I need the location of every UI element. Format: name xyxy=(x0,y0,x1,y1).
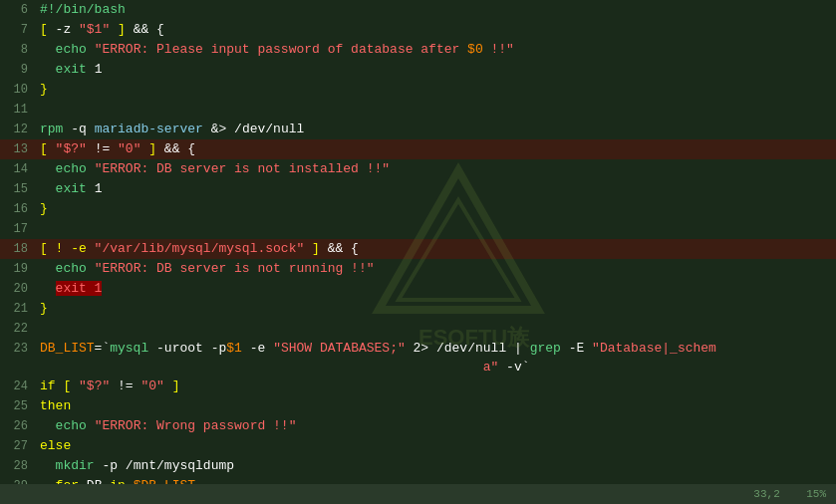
line-num-18: 18 xyxy=(0,240,36,259)
line-22: 22 xyxy=(0,319,836,339)
line-num-10: 10 xyxy=(0,81,36,100)
line-num-19: 19 xyxy=(0,260,36,279)
line-content-25: then xyxy=(36,396,836,415)
line-num-28: 28 xyxy=(0,457,36,476)
line-num-16: 16 xyxy=(0,200,36,219)
line-25: 25 then xyxy=(0,396,836,416)
line-21: 21 } xyxy=(0,299,836,319)
line-16: 16 } xyxy=(0,199,836,219)
line-num-11: 11 xyxy=(0,101,36,120)
line-num-12: 12 xyxy=(0,121,36,139)
line-content-28: mkdir -p /mnt/mysqldump xyxy=(36,456,836,475)
line-24: 24 if [ "$?" != "0" ] xyxy=(0,377,836,396)
line-6: 6 #!/bin/bash xyxy=(0,0,836,20)
line-19: 19 echo "ERROR: DB server is not running… xyxy=(0,259,836,279)
line-content-9: exit 1 xyxy=(36,60,836,79)
cursor-sep: , xyxy=(767,488,774,500)
line-num-22: 22 xyxy=(0,320,36,339)
line-content-6: #!/bin/bash xyxy=(36,0,836,19)
line-num-21: 21 xyxy=(0,300,36,319)
line-num-25: 25 xyxy=(0,397,36,416)
line-7: 7 [ -z "$1" ] && { xyxy=(0,20,836,40)
line-content-14: echo "ERROR: DB server is not installed … xyxy=(36,159,836,178)
cursor-position: 33 xyxy=(753,488,766,500)
code-lines: 6 #!/bin/bash 7 [ -z "$1" ] && { 8 echo … xyxy=(0,0,836,504)
line-14: 14 echo "ERROR: DB server is not install… xyxy=(0,159,836,179)
line-18: 18 [ ! -e "/var/lib/mysql/mysql.sock" ] … xyxy=(0,239,836,259)
line-28: 28 mkdir -p /mnt/mysqldump xyxy=(0,456,836,476)
line-num-14: 14 xyxy=(0,160,36,179)
line-num-20: 20 xyxy=(0,280,36,299)
line-content-12: rpm -q mariadb-server &> /dev/null xyxy=(36,120,836,138)
line-8: 8 echo "ERROR: Please input password of … xyxy=(0,40,836,60)
line-num-15: 15 xyxy=(0,180,36,199)
line-content-17 xyxy=(36,219,836,238)
cursor-col: 2 xyxy=(773,488,780,500)
line-content-16: } xyxy=(36,199,836,218)
code-editor: 6 #!/bin/bash 7 [ -z "$1" ] && { 8 echo … xyxy=(0,0,836,504)
line-20: 20 exit 1 xyxy=(0,279,836,299)
line-11: 11 xyxy=(0,100,836,120)
line-num-8: 8 xyxy=(0,41,36,60)
line-10: 10 } xyxy=(0,80,836,100)
line-content-19: echo "ERROR: DB server is not running !!… xyxy=(36,259,836,278)
line-17: 17 xyxy=(0,219,836,239)
line-13: 13 [ "$?" != "0" ] && { xyxy=(0,139,836,159)
line-23: 23 DB_LIST=`mysql -uroot -p$1 -e "SHOW D… xyxy=(0,339,836,377)
line-content-7: [ -z "$1" ] && { xyxy=(36,20,836,39)
scroll-percent: 15% xyxy=(806,488,826,500)
line-num-26: 26 xyxy=(0,417,36,436)
line-num-27: 27 xyxy=(0,437,36,456)
line-num-17: 17 xyxy=(0,220,36,239)
line-content-22 xyxy=(36,319,836,338)
status-bar: 33 , 2 15% xyxy=(0,484,836,504)
line-content-15: exit 1 xyxy=(36,179,836,198)
line-content-11 xyxy=(36,100,836,119)
line-num-7: 7 xyxy=(0,21,36,40)
line-content-10: } xyxy=(36,80,836,99)
line-content-21: } xyxy=(36,299,836,318)
line-content-26: echo "ERROR: Wrong password !!" xyxy=(36,416,836,435)
line-content-24: if [ "$?" != "0" ] xyxy=(36,377,836,395)
line-num-9: 9 xyxy=(0,61,36,80)
line-num-23: 23 xyxy=(0,340,36,359)
line-12: 12 rpm -q mariadb-server &> /dev/null xyxy=(0,120,836,139)
line-content-13: [ "$?" != "0" ] && { xyxy=(36,139,836,158)
line-content-18: [ ! -e "/var/lib/mysql/mysql.sock" ] && … xyxy=(36,239,836,258)
line-content-20: exit 1 xyxy=(36,279,836,298)
line-content-8: echo "ERROR: Please input password of da… xyxy=(36,40,836,59)
line-num-6: 6 xyxy=(0,1,36,20)
line-num-24: 24 xyxy=(0,378,36,396)
line-9: 9 exit 1 xyxy=(0,60,836,80)
line-26: 26 echo "ERROR: Wrong password !!" xyxy=(0,416,836,436)
line-15: 15 exit 1 xyxy=(0,179,836,199)
line-27: 27 else xyxy=(0,436,836,456)
line-content-23: DB_LIST=`mysql -uroot -p$1 -e "SHOW DATA… xyxy=(36,339,836,377)
line-num-13: 13 xyxy=(0,140,36,159)
line-content-27: else xyxy=(36,436,836,455)
